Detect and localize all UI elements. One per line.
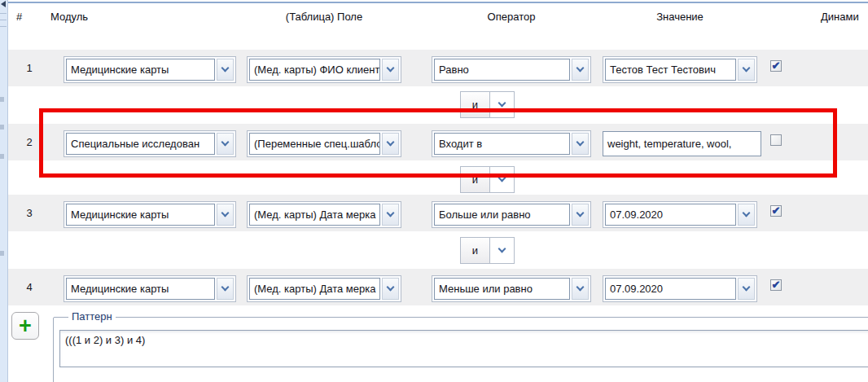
chevron-down-icon[interactable] — [217, 278, 234, 300]
column-header-module: Модуль — [50, 8, 173, 26]
chevron-down-icon[interactable] — [490, 92, 514, 117]
module-combo[interactable]: Специальные исследован — [64, 130, 236, 157]
field-combo[interactable]: (Мед. карты) Дата мерка — [247, 275, 401, 302]
chevron-down-icon[interactable] — [382, 133, 399, 155]
chevron-down-icon[interactable] — [382, 204, 399, 226]
chevron-down-icon[interactable] — [382, 59, 399, 81]
panel-edge-mark — [0, 251, 4, 256]
operator-combo-value: Меньше или равно — [434, 278, 570, 300]
pattern-fieldset: Паттерн (((1 и 2) и 3) и 4) — [53, 317, 868, 382]
logic-operator-combo[interactable]: и — [460, 91, 515, 118]
add-condition-button[interactable]: + — [11, 312, 39, 340]
module-combo-value: Медицинские карты — [66, 59, 215, 81]
column-header-number: # — [16, 8, 41, 26]
field-combo-value: (Мед. карты) Дата мерка — [249, 278, 380, 300]
panel-edge-mark — [0, 97, 4, 102]
panel-edge-mark — [0, 26, 7, 27]
pattern-legend: Паттерн — [68, 310, 116, 323]
row-number: 3 — [8, 195, 50, 231]
value-date-combo[interactable]: 07.09.2020 — [603, 201, 757, 228]
field-combo[interactable]: (Переменные спец.шабло — [247, 130, 401, 157]
field-combo-value: (Мед. карты) Дата мерка — [249, 204, 380, 226]
chevron-down-icon[interactable] — [217, 204, 234, 226]
dynamic-checkbox[interactable]: ✔ — [770, 279, 782, 291]
operator-combo-value: Входит в — [434, 133, 570, 155]
dynamic-checkbox[interactable]: ✔ — [770, 205, 782, 217]
panel-edge-mark — [0, 125, 4, 130]
chevron-down-icon[interactable] — [572, 59, 589, 81]
dynamic-checkbox[interactable] — [770, 134, 782, 146]
chevron-down-icon[interactable] — [572, 278, 589, 300]
panel-edge-mark — [0, 154, 4, 159]
chevron-down-icon[interactable] — [738, 204, 755, 226]
splitter-collapse-icon[interactable] — [1, 1, 6, 7]
module-combo[interactable]: Медицинские карты — [64, 275, 236, 302]
filter-builder-panel: { "panel": { "columns": ["#", "Модуль", … — [0, 0, 868, 382]
pattern-input[interactable]: (((1 и 2) и 3) и 4) — [59, 330, 868, 367]
chevron-down-icon[interactable] — [382, 278, 399, 300]
row-number: 1 — [8, 50, 50, 86]
field-combo-value: (Переменные спец.шабло — [249, 133, 380, 155]
chevron-down-icon[interactable] — [738, 278, 755, 300]
field-combo-value: (Мед. карты) ФИО клиент — [249, 59, 380, 81]
module-combo[interactable]: Медицинские карты — [64, 201, 236, 228]
collapsed-side-panel — [0, 0, 8, 382]
logic-operator-value: и — [461, 238, 490, 263]
operator-combo-value: Больше или равно — [434, 204, 570, 226]
operator-combo[interactable]: Входит в — [432, 130, 591, 157]
module-combo-value: Специальные исследован — [66, 133, 215, 155]
value-combo-value: 07.09.2020 — [605, 204, 736, 226]
operator-combo[interactable]: Равно — [432, 56, 591, 83]
row-number: 2 — [8, 124, 50, 160]
operator-combo[interactable]: Больше или равно — [432, 201, 591, 228]
operator-combo[interactable]: Меньше или равно — [432, 275, 591, 302]
chevron-down-icon[interactable] — [738, 59, 755, 81]
value-date-combo[interactable]: 07.09.2020 — [603, 275, 757, 302]
field-combo[interactable]: (Мед. карты) Дата мерка — [247, 201, 401, 228]
dynamic-checkbox[interactable]: ✔ — [770, 60, 782, 72]
logic-operator-value: и — [461, 167, 490, 192]
top-accent-line — [8, 2, 868, 3]
chevron-down-icon[interactable] — [217, 133, 234, 155]
chevron-down-icon[interactable] — [490, 167, 514, 192]
module-combo-value: Медицинские карты — [66, 204, 215, 226]
module-combo-value: Медицинские карты — [66, 278, 215, 300]
panel-edge-mark — [0, 13, 7, 14]
logic-operator-value: и — [461, 92, 490, 117]
chevron-down-icon[interactable] — [572, 204, 589, 226]
operator-combo-value: Равно — [434, 59, 570, 81]
panel-edge-mark — [0, 20, 7, 20]
column-header-operator: Оператор — [432, 8, 591, 26]
value-combo-value: Тестов Тест Тестович — [605, 59, 736, 81]
module-combo[interactable]: Медицинские карты — [64, 56, 236, 83]
value-combo-value: 07.09.2020 — [605, 278, 736, 300]
column-header-value: Значение — [603, 8, 757, 26]
logic-operator-combo[interactable]: и — [460, 166, 515, 193]
column-header-dynamic: Динами — [821, 8, 868, 26]
value-combo[interactable]: Тестов Тест Тестович — [603, 56, 757, 83]
chevron-down-icon[interactable] — [572, 133, 589, 155]
value-input[interactable]: weight, temperature, wool, — [603, 131, 761, 156]
field-combo[interactable]: (Мед. карты) ФИО клиент — [247, 56, 401, 83]
chevron-down-icon[interactable] — [217, 59, 234, 81]
row-number: 4 — [8, 269, 50, 305]
chevron-down-icon[interactable] — [490, 238, 514, 263]
column-header-field: (Таблица) Поле — [247, 8, 401, 26]
logic-operator-combo[interactable]: и — [460, 237, 515, 264]
